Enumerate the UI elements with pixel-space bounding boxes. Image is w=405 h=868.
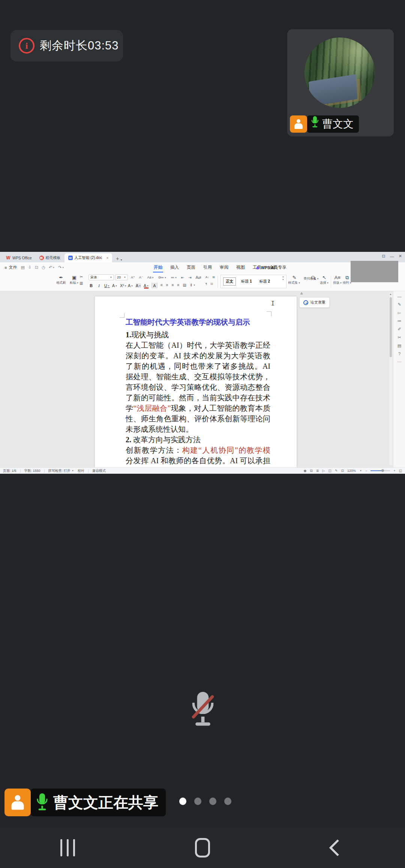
redo-icon[interactable]: ↷▼ — [58, 265, 64, 270]
outline-view-icon[interactable]: ≣ — [316, 469, 319, 473]
menu-tab-页面[interactable]: 页面 — [186, 263, 196, 271]
shade-icon[interactable]: ⊡ — [210, 282, 213, 286]
edit-pen-icon[interactable]: ✎ — [398, 302, 401, 307]
back-button[interactable] — [270, 828, 405, 868]
increase-font-icon[interactable]: A⁺ — [131, 275, 135, 279]
proofread-button[interactable]: 校对 — [78, 468, 84, 473]
window-tab[interactable]: 稻稻壳模板 — [36, 253, 64, 262]
save-icon[interactable]: ▤ — [21, 265, 24, 270]
char-border-icon[interactable]: A▼ — [112, 283, 117, 288]
style-set-button[interactable]: ✎ 样式集▼ — [288, 275, 301, 285]
underline-button[interactable]: U▼ — [104, 283, 110, 288]
change-case-icon[interactable]: Aa▼ — [147, 275, 154, 279]
typeset-button[interactable]: A≡ 排版▼ — [333, 275, 342, 285]
menu-tab-插入[interactable]: 插入 — [170, 263, 180, 271]
page-dot[interactable] — [179, 798, 186, 805]
document-scrollbar[interactable]: ▲ — [389, 293, 392, 465]
italic-button[interactable]: I — [96, 284, 102, 288]
layout-icon[interactable]: ⊡ — [382, 254, 386, 259]
zoom-in-button[interactable]: + — [393, 469, 395, 473]
paper-check-button[interactable]: 论文查重 — [299, 297, 330, 308]
help-icon[interactable]: ? — [398, 352, 400, 356]
history-icon[interactable]: ◷ — [42, 265, 45, 270]
collapse-icon[interactable]: — — [398, 294, 402, 299]
panel-pin-icon[interactable]: ≙ — [300, 292, 303, 296]
info-icon[interactable]: i — [19, 38, 34, 54]
distribute-icon[interactable]: ▤ — [183, 283, 186, 287]
minimize-icon[interactable]: — — [390, 254, 394, 259]
search-icon[interactable] — [273, 265, 277, 269]
zoom-slider[interactable] — [370, 470, 390, 471]
align-left-icon[interactable]: ≡ — [160, 283, 163, 287]
home-button[interactable] — [135, 828, 270, 868]
spellcheck-toggle[interactable]: 拼写检查: 打开 ▼ — [48, 468, 74, 473]
scrollbar-thumb[interactable] — [390, 297, 392, 357]
recents-button[interactable] — [0, 828, 135, 868]
pilcrow-icon[interactable]: ¶ — [206, 282, 207, 286]
document-text[interactable]: 工智能时代大学英语教学的现状与启示 1.现状与挑战在人工智能（AI）时代，大学英… — [126, 317, 270, 467]
fit-page-icon[interactable]: ⊡ — [341, 469, 344, 473]
numbering-icon[interactable]: ≕▼ — [171, 275, 177, 280]
sign-icon[interactable]: ✐ — [398, 327, 401, 332]
align-center-icon[interactable]: ≡ — [166, 283, 168, 287]
outdent-icon[interactable]: ⇤ — [181, 275, 184, 280]
format-painter-button[interactable]: ✒ 格式刷 — [56, 275, 66, 285]
select-tool-icon[interactable]: ▻ — [398, 310, 401, 315]
sort-icon[interactable]: A↓ — [206, 275, 209, 279]
print-icon[interactable]: ⊡ — [35, 265, 38, 270]
columns-icon[interactable]: ◫ — [328, 469, 332, 473]
paste-button[interactable]: ▣ 粘贴▼ — [70, 275, 79, 285]
style-chip[interactable]: 标题1 — [239, 278, 254, 285]
single-page-icon[interactable]: ⊟ — [310, 469, 313, 473]
indent-icon[interactable]: ⇥ — [188, 275, 191, 280]
highlight-icon[interactable]: A▼ — [136, 283, 141, 288]
adjust-icon[interactable]: ≔ — [398, 319, 402, 323]
bullets-icon[interactable]: ≔▼ — [160, 275, 166, 280]
tab-list-caret-icon[interactable]: ▾ — [120, 258, 122, 262]
edit-mode-icon[interactable]: ✎ — [335, 469, 338, 473]
page-dot[interactable] — [194, 798, 201, 805]
style-gallery-scroll[interactable]: ▲▼ — [282, 275, 284, 281]
scroll-up-icon[interactable]: ▲ — [389, 293, 392, 295]
page-dot[interactable] — [224, 798, 231, 805]
phonetic-icon[interactable]: A▼ — [128, 283, 133, 288]
more-icon[interactable]: ⋯ — [398, 359, 402, 364]
page-dot[interactable] — [209, 798, 216, 805]
file-menu-button[interactable]: ≡ 文件 — [0, 265, 21, 270]
window-tab[interactable]: W人工智能 (2).doc× — [64, 253, 112, 262]
tab-close-icon[interactable]: × — [106, 256, 108, 260]
menu-tab-视图[interactable]: 视图 — [236, 263, 246, 271]
menu-tab-审阅[interactable]: 审阅 — [219, 263, 229, 271]
undo-icon[interactable]: ↶▼ — [49, 265, 55, 270]
page-indicator-dots[interactable] — [179, 798, 231, 805]
word-count[interactable]: 字数: 1550 — [24, 468, 40, 473]
font-name-combo[interactable]: 宋体▼ — [88, 274, 114, 280]
find-replace-button[interactable]: 查找替换▼ — [303, 275, 320, 281]
decrease-font-icon[interactable]: A⁻ — [139, 275, 143, 279]
close-icon[interactable]: ✕ — [399, 254, 402, 259]
participant-tile[interactable]: 曹文文 — [287, 29, 394, 136]
menu-tab-引用[interactable]: 引用 — [202, 263, 213, 271]
copy-icon[interactable]: ▥ — [80, 281, 83, 285]
export-icon[interactable]: ⇩ — [28, 265, 32, 270]
select-button[interactable]: ↖ 选择▼ — [320, 275, 329, 285]
play-icon[interactable]: ▷ — [322, 469, 325, 473]
line-spacing-icon[interactable]: ⇕▼ — [190, 283, 195, 287]
font-size-combo[interactable]: 20▼ — [115, 274, 128, 280]
attachment-icon[interactable]: ▤ — [398, 343, 401, 348]
cut-icon[interactable]: ✂ — [80, 275, 83, 279]
style-chip[interactable]: 标题2 — [257, 278, 273, 285]
align-right-icon[interactable]: ≡ — [172, 283, 174, 287]
document-page[interactable]: I 工智能时代大学英语教学的现状与启示 1.现状与挑战在人工智能（AI）时代，大… — [95, 296, 297, 467]
grid-icon[interactable]: ⊞ — [212, 275, 215, 279]
fullscreen-button[interactable]: ◱ — [399, 469, 402, 473]
eye-icon[interactable]: ◉ — [303, 469, 306, 473]
menu-tab-开始[interactable]: 开始 — [153, 263, 163, 271]
wps-ai-button[interactable]: WPS AI — [256, 265, 275, 270]
window-tab[interactable]: WWPS Office — [2, 253, 36, 262]
zoom-out-button[interactable]: − — [365, 469, 367, 473]
text-direction-icon[interactable]: A⇄ — [196, 275, 201, 280]
tools-icon[interactable]: ✂ — [398, 335, 401, 340]
zoom-level[interactable]: 120% — [347, 469, 356, 473]
bold-button[interactable]: B — [88, 283, 94, 288]
